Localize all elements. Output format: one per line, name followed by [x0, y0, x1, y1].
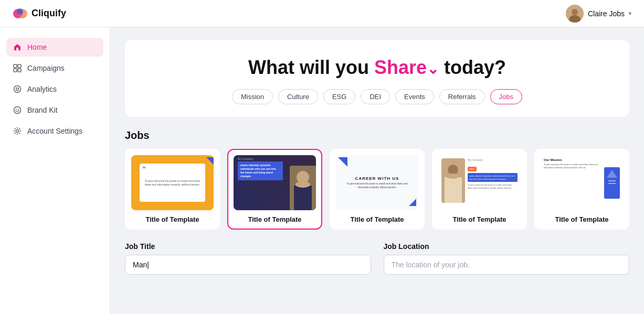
user-menu[interactable]: Claire Jobs ▾ [566, 5, 631, 23]
hero-title-end: today? [439, 57, 506, 78]
avatar [566, 5, 584, 23]
sidebar-item-analytics[interactable]: Analytics [6, 80, 103, 99]
pill-mission[interactable]: Mission [232, 89, 273, 104]
templates-row: " To give everyone the power to create a… [125, 149, 629, 230]
campaigns-icon [13, 63, 22, 73]
template-label-5: Title of Template [541, 215, 623, 223]
logo: Cliquify [13, 6, 66, 21]
template-preview-2: My Company wants talented, dynamic indiv… [234, 155, 316, 210]
main-layout: Home Campaigns Analytics [0, 27, 644, 314]
preview-shape-5 [604, 167, 620, 199]
template-preview-3: CAREER WITH US To give everyone the powe… [336, 155, 418, 210]
svg-marker-16 [206, 157, 214, 169]
template-card-4[interactable]: My Company CEO wants talented, dynamic i… [432, 149, 527, 230]
svg-rect-8 [14, 69, 17, 72]
sidebar-item-home[interactable]: Home [6, 38, 103, 57]
template-label-4: Title of Template [438, 215, 521, 223]
analytics-icon [13, 84, 22, 94]
sidebar-item-account-settings[interactable]: Account Settings [6, 122, 103, 140]
svg-marker-22 [409, 199, 416, 206]
template-card-1[interactable]: " To give everyone the power to create a… [125, 149, 220, 230]
hero-title-highlight: Share [374, 57, 427, 78]
preview-title-3: CAREER WITH US [355, 176, 399, 181]
user-name: Claire Jobs [588, 9, 625, 18]
svg-rect-19 [294, 186, 312, 210]
pill-events[interactable]: Events [395, 89, 434, 104]
template-card-3[interactable]: CAREER WITH US To give everyone the powe… [330, 149, 425, 230]
template-card-5[interactable]: Our Mission To give everyone the power t… [534, 149, 629, 230]
quote-icon: " [143, 166, 146, 173]
job-location-input[interactable] [384, 255, 630, 275]
sidebar-item-brand-kit[interactable]: Brand Kit [6, 101, 103, 120]
blue-shape-icon-1 [206, 157, 214, 169]
template-label-2: Title of Template [234, 215, 316, 223]
pill-dei[interactable]: DEI [361, 89, 390, 104]
preview-highlight-2: wants talented, dynamic individuals who … [238, 161, 283, 180]
hero-section: What will you Share⌄ today? Mission Cult… [125, 40, 629, 117]
home-icon [13, 42, 22, 52]
pill-culture[interactable]: Culture [278, 89, 318, 104]
sidebar-label-home: Home [27, 43, 47, 51]
template-label-1: Title of Template [131, 215, 214, 223]
svg-rect-30 [608, 183, 616, 184]
sidebar-label-analytics: Analytics [27, 85, 57, 93]
filter-pills: Mission Culture ESG DEI Events Referrals… [138, 89, 617, 104]
pill-esg[interactable]: ESG [323, 89, 355, 104]
template-card-2[interactable]: My Company wants talented, dynamic indiv… [227, 149, 322, 230]
svg-point-2 [17, 8, 23, 15]
svg-point-15 [16, 130, 19, 133]
blue-shape-icon-3 [409, 199, 416, 206]
preview-text-5: To give everyone the power to create and… [544, 163, 602, 169]
jobs-section: Jobs " To give everyone the power to cre… [125, 129, 629, 275]
svg-point-14 [18, 109, 19, 110]
preview-content-4: My Company CEO wants talented, dynamic i… [468, 158, 518, 207]
svg-rect-29 [608, 180, 616, 181]
preview-company-2: My Company [238, 157, 253, 160]
pill-jobs[interactable]: Jobs [490, 89, 522, 104]
user-menu-chevron-icon: ▾ [629, 10, 631, 16]
job-title-label: Job Title [125, 242, 371, 251]
svg-point-12 [14, 107, 21, 114]
preview-person-4 [441, 158, 465, 203]
svg-marker-21 [338, 157, 347, 167]
pill-referrals[interactable]: Referrals [439, 89, 485, 104]
hero-title-start: What will you [248, 57, 374, 78]
preview-inner-1: " To give everyone the power to create a… [140, 164, 206, 202]
svg-point-26 [446, 174, 460, 179]
job-location-label: Job Location [384, 242, 630, 251]
template-label-3: Title of Template [336, 215, 418, 223]
form-group-job-location: Job Location [384, 242, 630, 275]
preview-text-1: To give everyone the power to create and… [143, 179, 203, 187]
main-content: What will you Share⌄ today? Mission Cult… [110, 27, 644, 314]
sidebar-item-campaigns[interactable]: Campaigns [6, 59, 103, 78]
jobs-section-title: Jobs [125, 129, 629, 142]
template-preview-5: Our Mission To give everyone the power t… [541, 155, 623, 210]
svg-rect-7 [18, 64, 21, 68]
preview-title-5: Our Mission [544, 158, 602, 161]
template-preview-1: " To give everyone the power to create a… [131, 155, 214, 210]
sidebar: Home Campaigns Analytics [0, 27, 110, 314]
svg-point-4 [572, 9, 578, 15]
sidebar-label-brand-kit: Brand Kit [27, 106, 58, 114]
form-group-job-title: Job Title [125, 242, 371, 275]
preview-text-3: To give everyone the power to create and… [344, 182, 410, 190]
preview-company-4: My Company [468, 158, 518, 161]
job-title-input[interactable] [125, 255, 371, 275]
svg-rect-9 [18, 69, 21, 72]
logo-icon [13, 6, 27, 21]
svg-point-10 [14, 86, 21, 93]
preview-badge-4: CEO [468, 167, 477, 171]
preview-highlight-4: wants talented, dynamic individuals who … [468, 173, 518, 182]
svg-point-13 [16, 109, 17, 110]
sidebar-label-campaigns: Campaigns [27, 64, 65, 72]
svg-point-11 [16, 88, 19, 91]
svg-rect-25 [445, 177, 462, 203]
preview-subtext-4: To give everyone the power to create and… [468, 183, 518, 189]
hero-share-chevron-icon[interactable]: ⌄ [427, 61, 439, 77]
svg-point-20 [295, 181, 310, 188]
sidebar-label-account-settings: Account Settings [27, 127, 82, 135]
header: Cliquify Claire Jobs ▾ [0, 0, 644, 27]
preview-person-2 [290, 166, 316, 210]
svg-rect-6 [14, 64, 17, 68]
settings-icon [13, 126, 22, 136]
